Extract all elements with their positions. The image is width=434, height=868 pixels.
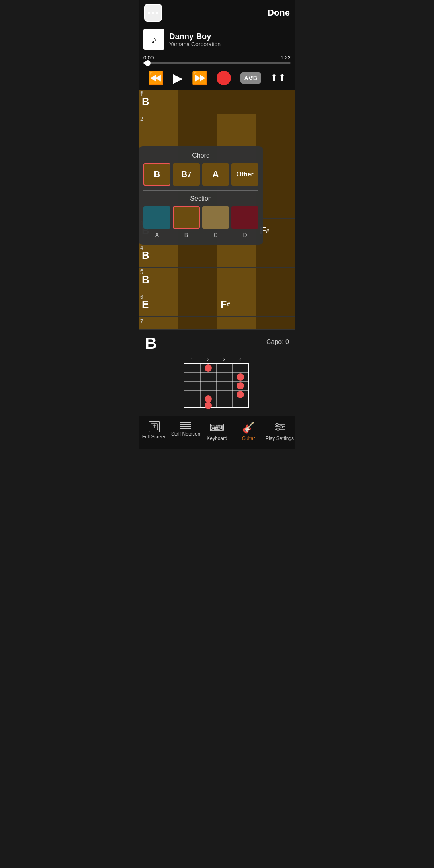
svg-text:2: 2 — [207, 357, 210, 362]
chord-cell[interactable] — [256, 292, 295, 316]
svg-point-12 — [205, 364, 212, 372]
ab-icon: A↺B — [240, 72, 261, 84]
popup-divider — [143, 190, 258, 191]
chord-option-b[interactable]: B — [143, 163, 170, 186]
fullscreen-icon — [149, 421, 160, 432]
menu-button[interactable] — [144, 4, 162, 22]
chord-option-b7[interactable]: B7 — [173, 163, 200, 186]
play-settings-icon — [274, 421, 285, 434]
chord-option-a[interactable]: A — [202, 163, 229, 186]
chord-option-other[interactable]: Other — [231, 163, 258, 186]
svg-text:4: 4 — [239, 357, 242, 362]
bottom-navigation: Full Screen Staff Notation Keyboard Guit… — [139, 416, 295, 449]
chord-cell[interactable] — [256, 268, 295, 292]
measure-row: 7 — [139, 317, 295, 329]
rewind-icon — [148, 70, 164, 86]
progress-times: 0:00 1:22 — [143, 55, 291, 61]
chord-cell[interactable] — [178, 292, 217, 316]
chord-cell[interactable]: B — [139, 243, 178, 267]
measure-cells: B B — [139, 90, 295, 114]
section-option-b[interactable] — [173, 206, 200, 229]
svg-point-24 — [280, 426, 283, 428]
nav-item-staff[interactable]: Staff Notation — [170, 420, 201, 443]
svg-point-15 — [237, 391, 244, 398]
chord-diagram-header: B Capo: 0 — [145, 334, 289, 352]
measure-cells: C B — [139, 268, 295, 292]
measure-row: 4 B — [139, 243, 295, 268]
chord-cell[interactable] — [256, 90, 295, 114]
total-time: 1:22 — [280, 55, 291, 61]
section-label-b: B — [173, 232, 200, 238]
nav-item-fullscreen[interactable]: Full Screen — [139, 420, 170, 443]
chord-cell[interactable]: B B — [139, 90, 178, 114]
chord-cell[interactable] — [139, 317, 178, 329]
svg-point-13 — [237, 373, 244, 381]
nav-item-keyboard[interactable]: Keyboard — [201, 420, 233, 443]
measure-row: 2 Chord B B7 A Other Section — [139, 114, 295, 219]
done-button[interactable]: Done — [268, 8, 290, 18]
fretboard-svg: 1 2 3 4 — [173, 356, 261, 412]
song-info: ♪ Danny Boy Yamaha Corporation — [139, 26, 295, 53]
rewind-button[interactable] — [148, 70, 164, 86]
section-options — [143, 206, 258, 229]
play-button[interactable] — [173, 70, 183, 86]
ab-button[interactable]: A↺B — [240, 72, 261, 84]
measure-number: 2 — [140, 116, 143, 122]
nav-item-play-settings[interactable]: Play Settings — [264, 420, 295, 443]
chord-cell[interactable]: C B — [139, 268, 178, 292]
staff-notation-icon — [180, 421, 191, 430]
chord-cell[interactable] — [256, 243, 295, 267]
record-icon — [217, 71, 231, 85]
section-option-c[interactable] — [202, 206, 229, 229]
measure-row: 1 B B — [139, 90, 295, 114]
measure-cells — [139, 317, 295, 329]
svg-text:3: 3 — [223, 357, 226, 362]
record-button[interactable] — [217, 71, 231, 85]
song-details: Danny Boy Yamaha Corporation — [169, 32, 221, 47]
svg-point-25 — [277, 428, 279, 430]
nav-label-staff: Staff Notation — [171, 431, 201, 437]
section-option-d[interactable] — [231, 206, 258, 229]
chord-cell[interactable] — [178, 90, 217, 114]
nav-label-guitar: Guitar — [242, 436, 255, 441]
progress-track[interactable] — [143, 62, 291, 64]
chord-cell[interactable] — [217, 317, 257, 329]
chord-options: B B7 A Other — [143, 163, 258, 186]
chord-cell[interactable] — [178, 317, 217, 329]
fast-forward-button[interactable] — [192, 70, 208, 86]
chord-cell[interactable] — [217, 268, 257, 292]
ffwd-icon — [192, 70, 208, 86]
chord-cell[interactable] — [178, 268, 217, 292]
chord-cell[interactable] — [256, 317, 295, 329]
progress-thumb[interactable] — [145, 60, 151, 66]
chord-cell[interactable] — [178, 243, 217, 267]
header: Done — [139, 0, 295, 26]
measure-number: 6 — [140, 294, 143, 300]
svg-point-23 — [276, 423, 278, 426]
nav-item-guitar[interactable]: Guitar — [233, 420, 264, 443]
chord-cell[interactable] — [217, 90, 257, 114]
music-note-icon: ♪ — [151, 33, 157, 46]
chord-popup-title: Chord — [143, 152, 258, 159]
measure-number: 4 — [140, 245, 143, 251]
album-art: ♪ — [143, 29, 164, 50]
queue-button[interactable] — [270, 72, 286, 84]
chord-diagram-name: B — [145, 334, 157, 352]
measures-area: 1 B B 2 Chord B B7 A Other — [139, 90, 295, 329]
capo-label: Capo: 0 — [266, 338, 289, 346]
song-artist: Yamaha Corporation — [169, 41, 221, 47]
chord-cell[interactable]: E — [139, 292, 178, 316]
song-title: Danny Boy — [169, 32, 221, 41]
transport-controls: A↺B — [139, 66, 295, 90]
measure-cells: E F# — [139, 292, 295, 316]
section-label-d: D — [231, 232, 258, 238]
chord-section-popup: Chord B B7 A Other Section A B C D — [139, 146, 263, 245]
svg-text:1: 1 — [191, 357, 194, 362]
section-option-a[interactable] — [143, 206, 170, 229]
svg-point-14 — [237, 382, 244, 389]
svg-point-16 — [205, 395, 212, 403]
section-popup-title: Section — [143, 195, 258, 202]
chord-cell[interactable] — [217, 243, 257, 267]
section-label-c: C — [202, 232, 229, 238]
chord-cell[interactable]: F# — [217, 292, 257, 316]
